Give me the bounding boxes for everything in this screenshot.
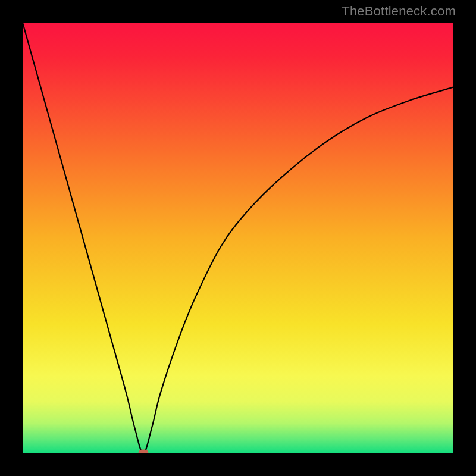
plot-area bbox=[23, 23, 453, 453]
chart-frame: TheBottleneck.com bbox=[0, 0, 476, 476]
watermark-label: TheBottleneck.com bbox=[342, 4, 456, 19]
optimal-point-marker bbox=[138, 450, 148, 454]
bottleneck-curve bbox=[23, 23, 453, 453]
